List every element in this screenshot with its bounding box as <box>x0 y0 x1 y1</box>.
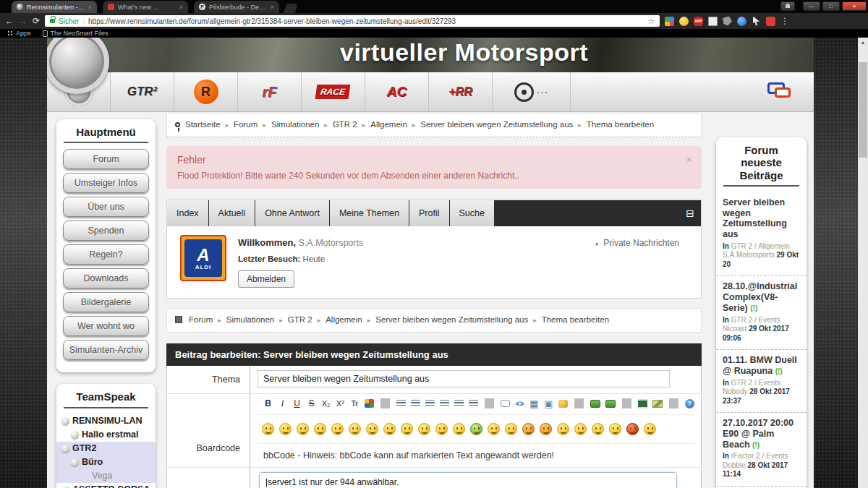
extension-icon[interactable] <box>708 17 718 26</box>
post-category[interactable]: rFactor 2 / Events <box>731 452 788 460</box>
tab-close-icon[interactable]: × <box>179 4 183 11</box>
teamspeak-channel[interactable]: GTR2 <box>56 442 156 455</box>
sidebar-menu-button[interactable]: Bildergalerie <box>63 292 149 312</box>
toolbar-button[interactable] <box>485 398 494 408</box>
emoticon-button[interactable] <box>505 423 517 435</box>
toolbar-button[interactable]: ? <box>685 399 694 408</box>
forum-tab[interactable]: Aktuell <box>209 200 256 226</box>
teamspeak-channel[interactable]: Büro <box>56 455 156 469</box>
scrollbar-up-icon[interactable]: ▲ <box>858 38 868 45</box>
sidebar-menu-button[interactable]: Wer wohnt wo <box>63 316 149 336</box>
toolbar-button[interactable]: ▦ <box>529 398 539 408</box>
url-text[interactable]: https://www.rennsimulanten.de/forum/allg… <box>88 17 644 25</box>
post-category[interactable]: GTR 2 / Events <box>731 379 780 387</box>
toolbar-button[interactable] <box>574 398 584 408</box>
sidebar-menu-button[interactable]: Regeln? <box>63 244 149 265</box>
error-close-icon[interactable]: × <box>686 154 692 166</box>
breadcrumb-item[interactable]: GTR 2 <box>274 315 312 324</box>
sim-nav-cell-wheel[interactable]: ··· <box>493 72 571 111</box>
emoticon-button[interactable] <box>401 423 413 435</box>
extension-icon[interactable] <box>737 17 746 26</box>
emoticon-button[interactable] <box>349 423 361 435</box>
forum-tab[interactable]: Meine Themen <box>330 200 409 226</box>
breadcrumb-item[interactable]: Allgemein <box>357 120 407 129</box>
breadcrumb-item[interactable]: GTR 2 <box>319 120 357 129</box>
post-category[interactable]: GTR 2 / Allgemein <box>731 242 790 250</box>
private-messages-link[interactable]: Private Nachrichten <box>596 238 679 248</box>
page-scrollbar[interactable]: ▲ <box>858 38 868 488</box>
teamspeak-channel[interactable]: ASSETTO CORSA <box>56 483 156 488</box>
teamspeak-channel[interactable]: Hallo erstmal <box>56 428 156 442</box>
emoticon-button[interactable] <box>574 423 587 435</box>
toolbar-button[interactable] <box>440 400 449 407</box>
bookmark-item[interactable]: The NeoSmart Files <box>43 30 109 37</box>
toolbar-button[interactable] <box>558 400 568 408</box>
toolbar-button[interactable] <box>454 400 464 407</box>
extension-icon[interactable] <box>679 17 689 26</box>
bookmark-star-icon[interactable]: ☆ <box>647 17 655 26</box>
welcome-username[interactable]: S.A.Motorsports <box>299 238 364 248</box>
maximize-button[interactable]: □ <box>822 1 840 11</box>
emoticon-button[interactable] <box>383 423 396 435</box>
toolbar-button[interactable]: U <box>292 398 302 408</box>
sim-nav-cell[interactable]: GTR² <box>111 72 174 111</box>
breadcrumb-item[interactable]: Startseite <box>185 120 221 129</box>
emoticon-button[interactable] <box>453 423 465 435</box>
emoticon-button[interactable] <box>297 423 309 435</box>
teamspeak-channel[interactable]: RENNSIMU-LAN <box>56 414 156 428</box>
latest-post-item[interactable]: Server bleiben wegen Zeitumstellung aus … <box>716 192 807 275</box>
browser-tab[interactable]: P Pilsbierbude - Dein freu × <box>194 1 279 13</box>
toolbar-button[interactable] <box>622 398 631 408</box>
emoticon-button[interactable] <box>314 423 326 435</box>
breadcrumb-item[interactable]: Thema bearbeiten <box>528 315 609 324</box>
toolbar-button[interactable] <box>605 400 616 408</box>
toolbar-button[interactable] <box>469 400 478 407</box>
post-title[interactable]: Server bleiben wegen Zeitumstellung aus <box>723 197 787 239</box>
post-author[interactable]: Dobble <box>723 461 746 469</box>
toolbar-button[interactable]: Tr <box>350 398 359 408</box>
forum-tab[interactable]: Suche <box>450 200 495 226</box>
sim-nav-cell[interactable]: rF <box>238 72 302 111</box>
forum-tab[interactable]: Profil <box>409 200 449 226</box>
breadcrumb-item[interactable]: Server bleiben wegen Zeitumstellung aus <box>407 120 573 129</box>
breadcrumb-item[interactable]: Forum <box>189 315 213 324</box>
sidebar-menu-button[interactable]: Spenden <box>63 221 149 241</box>
latest-post-item[interactable]: 28.10.@Industrial Complex(V8-Serie) (!) … <box>716 275 807 348</box>
toolbar-button[interactable] <box>652 400 663 408</box>
emoticon-button[interactable] <box>435 423 448 435</box>
emoticon-button[interactable] <box>331 423 344 435</box>
emoticon-button[interactable] <box>366 423 378 435</box>
toolbar-button[interactable]: I <box>278 398 287 408</box>
breadcrumb-item[interactable]: Simulationen <box>258 120 319 129</box>
toolbar-button[interactable] <box>380 398 390 408</box>
emoticon-button[interactable] <box>557 423 569 435</box>
latest-post-item[interactable]: 27.10.2017 20:00 E90 @ Palm Beach (!) In… <box>716 412 807 484</box>
sidebar-menu-button[interactable]: Simulanten-Archiv <box>63 340 149 360</box>
chat-nav-cell[interactable] <box>745 72 814 111</box>
profile-button[interactable] <box>780 1 795 11</box>
extension-icon[interactable] <box>752 17 761 26</box>
emoticon-button[interactable] <box>540 423 552 435</box>
toolbar-button[interactable] <box>425 400 435 407</box>
sim-nav-cell[interactable]: RACE <box>302 72 365 111</box>
extension-icon[interactable] <box>766 17 775 26</box>
forum-tab[interactable]: Ohne Antwort <box>255 200 330 226</box>
thema-input[interactable] <box>258 370 670 388</box>
address-bar[interactable]: Sicher | https://www.rennsimulanten.de/f… <box>45 15 660 27</box>
toolbar-button[interactable]: S <box>307 398 316 408</box>
toolbar-button[interactable] <box>669 398 678 408</box>
browser-menu-icon[interactable]: ⋮ <box>780 16 790 26</box>
toolbar-button[interactable]: B <box>263 398 273 408</box>
minimize-button[interactable]: — <box>803 1 820 11</box>
emoticon-button[interactable] <box>262 423 274 435</box>
sim-nav-cell[interactable]: AC <box>365 72 429 111</box>
forum-tab[interactable]: Index <box>167 200 209 226</box>
extension-icon[interactable]: ABP <box>694 17 703 26</box>
toolbar-button[interactable] <box>411 400 420 407</box>
toolbar-button[interactable] <box>501 400 510 407</box>
toolbar-button[interactable] <box>396 400 406 407</box>
emoticon-button[interactable] <box>418 423 430 435</box>
emoticon-button[interactable] <box>279 423 292 435</box>
emoticon-button[interactable] <box>488 423 500 435</box>
extension-icon[interactable] <box>665 17 674 26</box>
